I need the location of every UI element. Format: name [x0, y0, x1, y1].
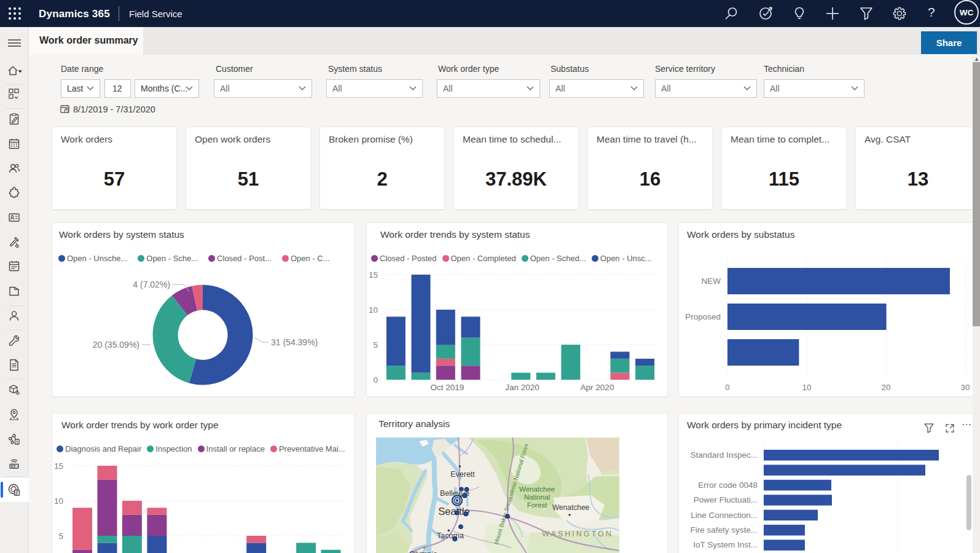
svg-text:Oct 2019: Oct 2019 [431, 383, 465, 392]
svg-text:Power Fluctuati...: Power Fluctuati... [694, 495, 758, 504]
svg-text:4 (7.02%): 4 (7.02%) [133, 280, 170, 289]
svg-text:0: 0 [373, 375, 378, 385]
svg-text:15: 15 [369, 270, 378, 280]
svg-text:Error code 0048: Error code 0048 [698, 480, 758, 490]
svg-text:Forest: Forest [527, 501, 547, 509]
svg-text:20 (35.09%): 20 (35.09%) [93, 340, 139, 350]
svg-text:10: 10 [802, 383, 811, 392]
svg-text:Standard Inspec...: Standard Inspec... [690, 450, 758, 460]
svg-text:10: 10 [369, 305, 378, 315]
svg-text:WASHINGTON: WASHINGTON [542, 530, 613, 538]
svg-text:10: 10 [54, 496, 63, 506]
svg-text:5: 5 [58, 531, 63, 541]
svg-text:0: 0 [725, 383, 730, 392]
svg-text:Olympia: Olympia [409, 550, 437, 553]
svg-text:Wenatchee: Wenatchee [519, 485, 555, 493]
svg-text:Everett: Everett [450, 470, 475, 479]
svg-text:30: 30 [960, 383, 970, 392]
svg-text:Apr 2020: Apr 2020 [581, 383, 614, 392]
svg-text:Line Connection...: Line Connection... [691, 511, 758, 520]
svg-text:Wenatchee: Wenatchee [552, 503, 590, 512]
svg-text:NEW: NEW [702, 276, 721, 286]
svg-text:31 (54.39%): 31 (54.39%) [271, 337, 318, 347]
svg-text:Tacoma: Tacoma [437, 531, 464, 540]
svg-text:Jan 2020: Jan 2020 [505, 383, 539, 392]
svg-text:Proposed: Proposed [685, 312, 721, 321]
svg-text:20: 20 [881, 383, 890, 392]
svg-text:Fire safety syste...: Fire safety syste... [690, 525, 758, 535]
svg-text:15: 15 [54, 461, 63, 471]
svg-text:5: 5 [373, 340, 378, 350]
svg-text:National: National [524, 493, 550, 501]
svg-text:IoT System Inst...: IoT System Inst... [693, 540, 758, 549]
